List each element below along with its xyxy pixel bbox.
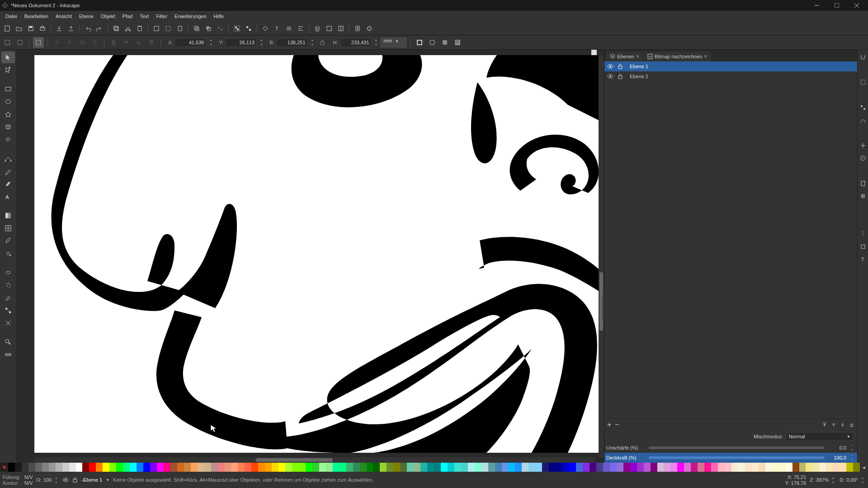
redo-button[interactable] [94, 23, 105, 34]
blur-slider[interactable] [649, 446, 825, 449]
add-layer-button[interactable]: + [607, 421, 611, 429]
color-swatch[interactable] [799, 463, 806, 472]
blend-mode-select[interactable]: Normal▼ [786, 432, 854, 441]
color-swatch[interactable] [623, 463, 630, 472]
x-up[interactable]: ▲ [208, 38, 213, 42]
color-swatch[interactable] [846, 463, 853, 472]
opacity-minus[interactable]: − [848, 454, 855, 458]
color-swatch[interactable] [454, 463, 461, 472]
color-swatch[interactable] [164, 463, 170, 472]
color-swatch[interactable] [569, 463, 576, 472]
zoom-selection-button[interactable] [151, 23, 162, 34]
color-swatch[interactable] [340, 463, 346, 472]
gradient-tool[interactable] [1, 210, 15, 221]
h-up[interactable]: ▲ [373, 38, 379, 42]
horizontal-scrollbar[interactable] [34, 457, 595, 463]
dropper-tool[interactable] [1, 235, 15, 247]
layer-top-button[interactable] [822, 422, 827, 427]
flip-v-button[interactable] [90, 37, 100, 48]
eye-icon[interactable] [62, 477, 69, 483]
color-swatch[interactable] [596, 463, 603, 472]
x-input[interactable] [175, 38, 206, 47]
color-swatch[interactable] [704, 463, 711, 472]
menu-help[interactable]: Hilfe [210, 12, 227, 20]
minimize-button[interactable] [807, 0, 826, 11]
layer-2-lock-toggle[interactable] [617, 73, 623, 80]
color-swatch[interactable] [711, 463, 718, 472]
color-swatch[interactable] [414, 463, 420, 472]
color-swatch[interactable] [528, 463, 535, 472]
move-patterns-button[interactable] [452, 37, 463, 48]
color-swatch[interactable] [177, 463, 184, 472]
color-swatch[interactable] [123, 463, 130, 472]
color-swatch[interactable] [752, 463, 759, 472]
close-trace-tab[interactable]: × [704, 53, 707, 60]
color-swatch[interactable] [657, 463, 664, 472]
snap-nodes-button[interactable] [859, 103, 868, 112]
color-swatch[interactable] [245, 463, 251, 472]
select-all-layers-button[interactable] [2, 37, 13, 48]
menu-extensions[interactable]: Erweiterungen [171, 12, 210, 20]
color-swatch[interactable] [15, 463, 22, 472]
color-swatch[interactable] [535, 463, 542, 472]
clone-button[interactable] [203, 23, 214, 34]
color-swatch[interactable] [225, 463, 231, 472]
color-swatch[interactable] [292, 463, 299, 472]
select-same-button[interactable] [14, 37, 25, 48]
color-swatch[interactable] [130, 463, 137, 472]
color-swatch[interactable] [840, 463, 846, 472]
color-swatch[interactable] [69, 463, 76, 472]
color-swatch[interactable] [82, 463, 89, 472]
menu-file[interactable]: Datei [2, 12, 21, 20]
color-swatch[interactable] [677, 463, 684, 472]
color-swatch[interactable] [745, 463, 752, 472]
color-swatch[interactable] [211, 463, 218, 472]
rot-up[interactable]: ▲ [860, 475, 865, 480]
color-swatch[interactable] [610, 463, 617, 472]
color-swatch[interactable] [542, 463, 549, 472]
color-swatch[interactable] [96, 463, 103, 472]
undo-button[interactable] [82, 23, 93, 34]
remove-layer-button[interactable]: − [615, 421, 619, 429]
color-swatch[interactable] [779, 463, 786, 472]
move-gradients-button[interactable] [439, 37, 450, 48]
color-swatch[interactable] [353, 463, 360, 472]
status-opacity-value[interactable]: 100 [43, 477, 52, 483]
color-swatch[interactable] [272, 463, 278, 472]
paint-bucket-tool[interactable] [1, 248, 15, 259]
color-swatch[interactable] [772, 463, 779, 472]
status-zoom-value[interactable]: 387% [816, 477, 829, 483]
layer-dropdown-icon[interactable]: ▼ [106, 478, 109, 482]
color-swatch[interactable] [731, 463, 738, 472]
color-swatch[interactable] [157, 463, 164, 472]
color-swatch[interactable] [22, 463, 28, 472]
color-swatch[interactable] [556, 463, 562, 472]
raise-top-button[interactable] [108, 37, 119, 48]
color-swatch[interactable] [170, 463, 177, 472]
snap-object-button[interactable] [859, 242, 868, 251]
color-swatch[interactable] [670, 463, 677, 472]
color-swatch[interactable] [603, 463, 610, 472]
color-swatch[interactable] [793, 463, 799, 472]
color-swatch[interactable] [184, 463, 191, 472]
color-swatch[interactable] [651, 463, 657, 472]
color-swatch[interactable] [826, 463, 833, 472]
color-swatch[interactable] [407, 463, 414, 472]
maximize-button[interactable] [827, 0, 846, 11]
snap-align-button[interactable] [859, 141, 868, 150]
panel-drawer-handle[interactable] [602, 294, 604, 321]
layers-dialog-button[interactable] [312, 23, 323, 34]
lpe-tool[interactable] [1, 317, 15, 329]
y-input[interactable] [225, 38, 257, 47]
color-swatch[interactable] [346, 463, 353, 472]
xml-editor-button[interactable] [283, 23, 294, 34]
3dbox-tool[interactable] [1, 121, 15, 133]
y-up[interactable]: ▲ [259, 38, 264, 42]
eraser-tool[interactable] [1, 292, 15, 304]
color-swatch[interactable] [522, 463, 528, 472]
color-swatch[interactable] [198, 463, 204, 472]
spray-tool[interactable] [1, 279, 15, 291]
connector-tool[interactable] [1, 305, 15, 316]
color-swatch[interactable] [468, 463, 475, 472]
selectors-button[interactable] [324, 23, 335, 34]
